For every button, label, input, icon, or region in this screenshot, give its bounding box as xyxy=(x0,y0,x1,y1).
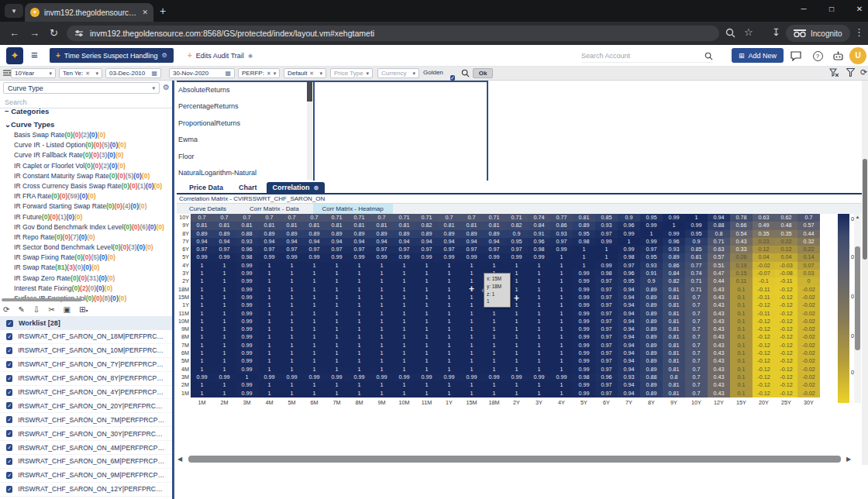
heatmap-cell[interactable]: 1 xyxy=(460,390,483,397)
heatmap-cell[interactable]: 1 xyxy=(415,325,438,333)
heatmap-cell[interactable]: 0.94 xyxy=(618,381,640,389)
heatmap-cell[interactable]: 1 xyxy=(370,366,393,373)
heatmap-cell[interactable]: 0.8 xyxy=(663,373,685,381)
heatmap-cell[interactable]: -0.02 xyxy=(797,333,820,341)
heatmap-cell[interactable]: 0.99 xyxy=(595,262,618,270)
heatmap-cell[interactable]: 0.86 xyxy=(550,222,573,229)
save-download-icon[interactable]: ⇩ xyxy=(33,305,40,314)
heatmap-cell[interactable]: 0.95 xyxy=(618,277,640,285)
heatmap-cell[interactable]: 0.82 xyxy=(505,222,528,229)
heatmap-cell[interactable]: 0.89 xyxy=(281,230,303,238)
heatmap-cell[interactable]: 0.89 xyxy=(460,230,483,238)
heatmap-cell[interactable]: 1 xyxy=(213,390,236,397)
heatmap-cell[interactable]: 1 xyxy=(460,325,483,333)
heatmap-cell[interactable]: 1 xyxy=(415,270,438,277)
heatmap-cell[interactable]: 0.43 xyxy=(708,357,730,365)
heatmap-cell[interactable]: 1 xyxy=(415,294,438,301)
heatmap-cell[interactable]: 0.77 xyxy=(685,262,708,270)
heatmap-cell[interactable]: 1 xyxy=(213,286,236,294)
heatmap-cell[interactable]: 0.86 xyxy=(663,262,685,270)
worklist-item[interactable]: ✓IRSWRAT_CHF_SARON_ON_9M|PERFPRCPT01|MI xyxy=(0,469,172,483)
heatmap-cell[interactable]: 0.99 xyxy=(415,373,438,381)
heatmap-cell[interactable]: 0.97 xyxy=(393,246,415,253)
heatmap-cell[interactable]: 0.7 xyxy=(370,214,393,222)
heatmap-cell[interactable]: 0.71 xyxy=(505,214,528,222)
heatmap-cell[interactable]: 0.35 xyxy=(775,230,797,238)
heatmap-cell[interactable]: 1 xyxy=(281,342,303,349)
heatmap-cell[interactable]: 1 xyxy=(326,262,348,270)
heatmap-cell[interactable]: 0.99 xyxy=(573,390,595,397)
worklist-item-checkbox[interactable]: ✓ xyxy=(6,333,12,340)
heatmap-cell[interactable]: 0.81 xyxy=(213,222,236,229)
transformation-item[interactable]: Ewma xyxy=(178,132,304,148)
worklist-item-checkbox[interactable]: ✓ xyxy=(6,375,12,382)
heatmap-cell[interactable]: 1 xyxy=(550,357,573,365)
heatmap-cell[interactable]: 0.89 xyxy=(640,366,663,373)
heatmap-vertical-scrollbar-thumb[interactable] xyxy=(855,246,860,350)
heatmap-cell[interactable]: 1 xyxy=(550,333,573,341)
heatmap-cell[interactable]: 0.98 xyxy=(595,270,618,277)
tree-horizontal-scrollbar[interactable] xyxy=(2,298,82,301)
heatmap-cell[interactable]: 1 xyxy=(438,349,460,357)
heatmap-cell[interactable]: 1 xyxy=(505,349,528,357)
heatmap-cell[interactable]: 1 xyxy=(303,277,326,285)
heatmap-cell[interactable]: -0.12 xyxy=(753,301,775,309)
heatmap-cell[interactable]: 1 xyxy=(528,310,550,318)
heatmap-cell[interactable]: 0.81 xyxy=(258,222,281,229)
heatmap-cell[interactable]: 0.99 xyxy=(663,214,685,222)
heatmap-cell[interactable]: 0.7 xyxy=(685,342,708,349)
worklist-item-checkbox[interactable]: ✓ xyxy=(6,486,12,493)
tab-search-button[interactable]: ▾ xyxy=(5,4,23,18)
heatmap-cell[interactable]: -0.02 xyxy=(797,342,820,349)
heatmap-cell[interactable]: 1 xyxy=(528,301,550,309)
heatmap-cell[interactable]: 0.15 xyxy=(730,270,753,277)
search-icon[interactable] xyxy=(704,52,713,60)
heatmap-cell[interactable]: 0.97 xyxy=(595,230,618,238)
heatmap-cell[interactable]: 0.89 xyxy=(258,230,281,238)
heatmap-cell[interactable]: 1 xyxy=(550,390,573,397)
heatmap-cell[interactable]: 0.71 xyxy=(685,286,708,294)
heatmap-cell[interactable]: 0.7 xyxy=(191,214,213,222)
heatmap-cell[interactable]: 1 xyxy=(483,342,505,349)
heatmap-cell[interactable]: 0.7 xyxy=(685,357,708,365)
heatmap-cell[interactable]: 0.81 xyxy=(191,222,213,229)
heatmap-cell[interactable]: 0.7 xyxy=(258,214,281,222)
heatmap-cell[interactable]: 0.97 xyxy=(595,366,618,373)
heatmap-cell[interactable]: 0.88 xyxy=(640,373,663,381)
heatmap-cell[interactable]: 0.62 xyxy=(775,214,797,222)
heatmap-cell[interactable]: 0.99 xyxy=(236,381,258,389)
heatmap-cell[interactable]: 1 xyxy=(415,277,438,285)
subtab-corr-matrix-data[interactable]: Corr Matrix - Data xyxy=(240,204,308,214)
heatmap-cell[interactable]: 1 xyxy=(258,270,281,277)
heatmap-cell[interactable]: 1 xyxy=(370,390,393,397)
heatmap-cell[interactable]: -0.12 xyxy=(753,318,775,325)
worklist-item[interactable]: ✓IRSWRAT_CHF_SARON_ON_10M|PERFPRCPT01|MI xyxy=(0,344,172,358)
heatmap-cell[interactable]: 1 xyxy=(438,333,460,341)
heatmap-cell[interactable]: 0.89 xyxy=(663,253,685,261)
heatmap-cell[interactable]: 0.99 xyxy=(573,325,595,333)
heatmap-cell[interactable]: 1 xyxy=(415,381,438,389)
heatmap-cell[interactable]: 0.85 xyxy=(595,214,618,222)
heatmap-cell[interactable]: 0.97 xyxy=(191,246,213,253)
heatmap-cell[interactable]: -0.07 xyxy=(753,270,775,277)
heatmap-cell[interactable]: 1 xyxy=(573,253,595,261)
heatmap-cell[interactable]: 1 xyxy=(393,325,415,333)
heatmap-cell[interactable]: 0.89 xyxy=(640,310,663,318)
heatmap-cell[interactable]: 1 xyxy=(415,301,438,309)
heatmap-cell[interactable]: 0.57 xyxy=(797,222,820,229)
heatmap-cell[interactable]: 0.93 xyxy=(550,230,573,238)
heatmap-cell[interactable]: 0.99 xyxy=(236,294,258,301)
heatmap-cell[interactable]: 0.1 xyxy=(730,325,753,333)
heatmap-cell[interactable]: 0.81 xyxy=(663,349,685,357)
heatmap-cell[interactable]: 0.99 xyxy=(573,301,595,309)
heatmap-cell[interactable]: 0.7 xyxy=(685,318,708,325)
heatmap-cell[interactable]: 1 xyxy=(438,357,460,365)
heatmap-cell[interactable]: -0.12 xyxy=(753,342,775,349)
heatmap-cell[interactable]: 0.43 xyxy=(708,366,730,373)
heatmap-cell[interactable]: 0.71 xyxy=(393,214,415,222)
window-maximize-button[interactable]: □ xyxy=(820,5,843,13)
page-vertical-scrollbar-thumb[interactable] xyxy=(863,159,867,260)
pane-divider[interactable] xyxy=(487,81,488,181)
heatmap-cell[interactable]: 1 xyxy=(191,262,213,270)
heatmap-cell[interactable]: 0.7 xyxy=(685,366,708,373)
